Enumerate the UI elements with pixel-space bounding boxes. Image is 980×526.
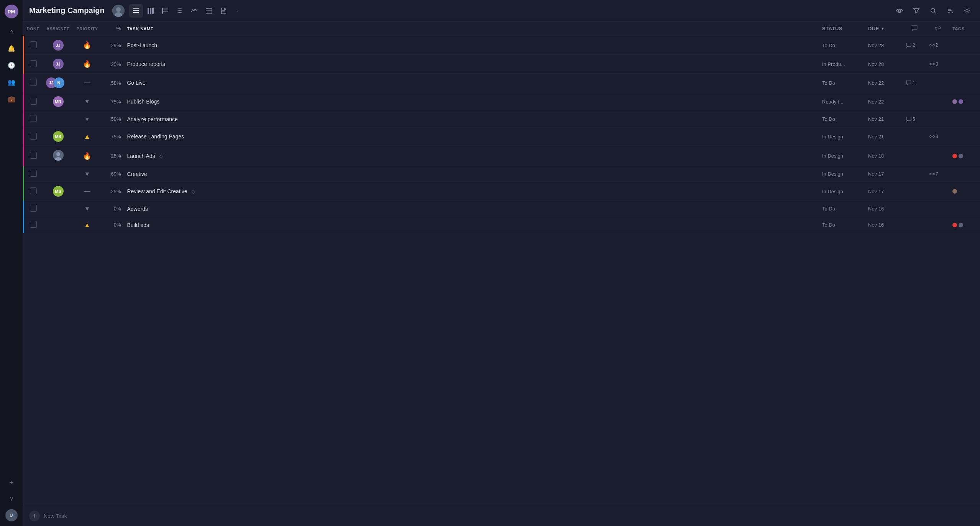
task-chat[interactable] (903, 146, 926, 166)
task-tags[interactable] (949, 74, 980, 92)
task-checkbox[interactable] (30, 115, 37, 122)
search-button[interactable] (926, 4, 940, 18)
task-links[interactable] (926, 74, 949, 92)
task-name[interactable]: Creative (124, 166, 819, 182)
tab-activity[interactable] (187, 4, 201, 18)
task-links[interactable]: 7 (926, 166, 949, 182)
task-chat[interactable] (903, 201, 926, 217)
tab-calendar[interactable] (202, 4, 216, 18)
task-tags[interactable] (949, 146, 980, 166)
app-logo[interactable]: PM (5, 5, 18, 18)
table-row[interactable]: JJ🔥25%Produce reportsIn Produ...Nov 28 3 (24, 55, 980, 74)
task-links[interactable] (926, 201, 949, 217)
task-chat[interactable]: 5 (903, 111, 926, 127)
user-avatar[interactable]: U (5, 509, 18, 521)
task-checkbox[interactable] (30, 221, 37, 228)
table-row[interactable]: ▼69%CreativeIn DesignNov 17 7 (24, 166, 980, 182)
task-status[interactable]: In Design (819, 166, 865, 182)
task-status[interactable]: Ready f... (819, 92, 865, 111)
table-row[interactable]: JJ N —58%Go LiveTo DoNov 22 1 (24, 74, 980, 92)
task-checkbox[interactable] (30, 98, 37, 105)
task-status[interactable]: To Do (819, 74, 865, 92)
task-due-date[interactable]: Nov 21 (865, 127, 903, 146)
new-task-button[interactable]: + (29, 511, 40, 521)
task-name[interactable]: Adwords (124, 201, 819, 217)
table-row[interactable]: MS▲75%Release Landing PagesIn DesignNov … (24, 127, 980, 146)
tab-spreadsheet[interactable] (173, 4, 187, 18)
task-due-date[interactable]: Nov 28 (865, 55, 903, 74)
table-row[interactable]: 🔥25%Launch Ads ◇In DesignNov 18 (24, 146, 980, 166)
tab-add-view[interactable]: + (231, 4, 245, 18)
task-name[interactable]: Go Live (124, 74, 819, 92)
task-status[interactable]: In Design (819, 182, 865, 201)
task-due-date[interactable]: Nov 17 (865, 182, 903, 201)
task-name[interactable]: Build ads (124, 217, 819, 233)
task-tags[interactable] (949, 92, 980, 111)
sidebar-item-recent[interactable]: 🕐 (5, 58, 18, 72)
task-chat[interactable]: 1 (903, 74, 926, 92)
task-name[interactable]: Launch Ads ◇ (124, 146, 819, 166)
task-tags[interactable] (949, 201, 980, 217)
sidebar-item-members[interactable]: 👥 (5, 75, 18, 89)
task-status[interactable]: To Do (819, 36, 865, 55)
table-row[interactable]: ▼50%Analyze performanceTo DoNov 21 5 (24, 111, 980, 127)
task-due-date[interactable]: Nov 16 (865, 201, 903, 217)
table-row[interactable]: MR▼75%Publish BlogsReady f...Nov 22 (24, 92, 980, 111)
task-due-date[interactable]: Nov 17 (865, 166, 903, 182)
sidebar-item-help[interactable]: ？ (5, 492, 18, 506)
task-checkbox[interactable] (30, 187, 37, 194)
task-name[interactable]: Release Landing Pages (124, 127, 819, 146)
task-links[interactable]: 2 (926, 36, 949, 55)
task-checkbox[interactable] (30, 60, 37, 67)
table-row[interactable]: ▲0%Build adsTo DoNov 16 (24, 217, 980, 233)
task-chat[interactable] (903, 55, 926, 74)
task-due-date[interactable]: Nov 22 (865, 74, 903, 92)
task-due-date[interactable]: Nov 16 (865, 217, 903, 233)
task-status[interactable]: To Do (819, 201, 865, 217)
sidebar-item-projects[interactable]: 💼 (5, 92, 18, 106)
sort-button[interactable] (943, 4, 957, 18)
task-chat[interactable] (903, 166, 926, 182)
tab-board[interactable] (144, 4, 158, 18)
task-checkbox[interactable] (30, 205, 37, 212)
task-name[interactable]: Post-Launch (124, 36, 819, 55)
col-header-percent[interactable]: % (101, 21, 124, 36)
task-checkbox[interactable] (30, 79, 37, 86)
task-tags[interactable] (949, 217, 980, 233)
sidebar-item-home[interactable]: ⌂ (5, 25, 18, 38)
task-due-date[interactable]: Nov 28 (865, 36, 903, 55)
tab-document[interactable] (217, 4, 230, 18)
table-row[interactable]: JJ🔥29%Post-LaunchTo DoNov 28 2 2 (24, 36, 980, 55)
task-links[interactable]: 3 (926, 127, 949, 146)
task-status[interactable]: To Do (819, 111, 865, 127)
table-row[interactable]: MS—25%Review and Edit Creative ◇In Desig… (24, 182, 980, 201)
col-header-status[interactable]: STATUS (819, 21, 865, 36)
col-header-taskname[interactable]: TASK NAME (124, 21, 819, 36)
task-tags[interactable] (949, 182, 980, 201)
task-checkbox[interactable] (30, 170, 37, 177)
task-status[interactable]: To Do (819, 217, 865, 233)
task-chat[interactable] (903, 182, 926, 201)
task-name[interactable]: Produce reports (124, 55, 819, 74)
task-name[interactable]: Review and Edit Creative ◇ (124, 182, 819, 201)
settings-button[interactable] (960, 4, 974, 18)
task-name[interactable]: Publish Blogs (124, 92, 819, 111)
task-checkbox[interactable] (30, 133, 37, 140)
task-chat[interactable] (903, 127, 926, 146)
new-task-label[interactable]: New Task (44, 513, 67, 519)
task-links[interactable]: 3 (926, 55, 949, 74)
task-chat[interactable]: 2 (903, 36, 926, 55)
task-chat[interactable] (903, 92, 926, 111)
task-links[interactable] (926, 92, 949, 111)
col-header-assignee[interactable]: ASSIGNEE (43, 21, 74, 36)
col-header-tags[interactable]: TAGS (949, 21, 980, 36)
watch-button[interactable] (893, 4, 906, 18)
task-links[interactable] (926, 182, 949, 201)
task-tags[interactable] (949, 36, 980, 55)
task-due-date[interactable]: Nov 18 (865, 146, 903, 166)
task-tags[interactable] (949, 55, 980, 74)
col-header-priority[interactable]: PRIORITY (74, 21, 101, 36)
task-chat[interactable] (903, 217, 926, 233)
task-due-date[interactable]: Nov 21 (865, 111, 903, 127)
tab-list[interactable] (129, 4, 143, 18)
